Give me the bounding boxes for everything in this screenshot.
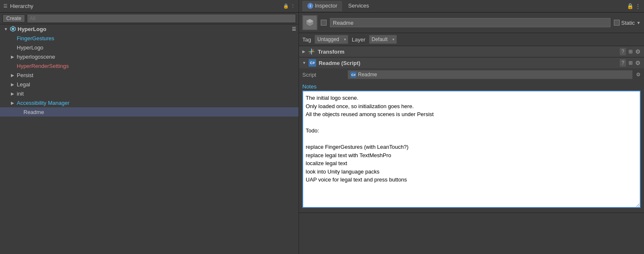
hierarchy-item-menu[interactable]: ☰ bbox=[292, 26, 296, 32]
svg-marker-1 bbox=[12, 28, 14, 30]
tag-select-wrapper: Untagged bbox=[314, 35, 348, 44]
hierarchy-item-hyperrender[interactable]: HyperRenderSettings bbox=[0, 61, 299, 70]
transform-arrow bbox=[302, 49, 305, 54]
readme-help-icon[interactable]: ? bbox=[620, 59, 626, 67]
tab-inspector[interactable]: i Inspector bbox=[302, 1, 342, 11]
cs-badge: C# bbox=[309, 59, 316, 67]
hierarchy-item-label: HyperLogo bbox=[18, 26, 46, 32]
static-dropdown-arrow[interactable]: ▼ bbox=[636, 21, 641, 25]
layer-label: Layer bbox=[352, 36, 366, 43]
object-3d-icon bbox=[305, 18, 315, 28]
arrow-hyperlogo-root bbox=[3, 26, 8, 31]
hierarchy-content: HyperLogo ☰ FingerGestures HyperLogo hyp… bbox=[0, 24, 299, 254]
tab-services[interactable]: Services bbox=[343, 1, 374, 11]
transform-name: Transform bbox=[318, 49, 345, 55]
hierarchy-panel: ☰ Hierarchy 🔒 ⋮ Create HyperLogo ☰ Finge… bbox=[0, 0, 299, 254]
script-name: Readme bbox=[358, 72, 377, 78]
inspector-tabs: i Inspector Services 🔒 ⋮ bbox=[299, 0, 644, 13]
static-label: Static bbox=[621, 20, 635, 26]
unity-icon bbox=[10, 26, 16, 32]
script-label: Script bbox=[302, 72, 344, 78]
object-thumbnail bbox=[302, 15, 317, 30]
hierarchy-item-label: FingerGestures bbox=[17, 35, 54, 41]
readme-actions: ? ⊞ ⚙ bbox=[620, 59, 641, 67]
inspector-title-actions: 🔒 ⋮ bbox=[627, 3, 641, 9]
readme-ref-icon[interactable]: ⊞ bbox=[629, 60, 633, 66]
hierarchy-item-label: Readme bbox=[23, 109, 44, 115]
hierarchy-item-accessibility-manager[interactable]: Accessibility Manager bbox=[0, 98, 299, 107]
object-header: Static ▼ bbox=[299, 13, 644, 33]
hierarchy-item-label: hyperlogoscene bbox=[17, 54, 55, 60]
hierarchy-item-legal[interactable]: Legal bbox=[0, 80, 299, 89]
layer-select[interactable]: Default bbox=[369, 35, 397, 44]
search-input[interactable] bbox=[27, 14, 296, 23]
hierarchy-item-label: Accessibility Manager bbox=[17, 100, 70, 106]
hierarchy-item-init[interactable]: init bbox=[0, 89, 299, 98]
transform-header[interactable]: Transform ? ⊞ ⚙ bbox=[299, 46, 644, 57]
services-tab-label: Services bbox=[348, 3, 369, 9]
transform-section: Transform ? ⊞ ⚙ bbox=[299, 46, 644, 57]
hierarchy-menu-icon[interactable]: ⋮ bbox=[291, 3, 295, 9]
arrow-hyperlogoscene bbox=[10, 54, 15, 59]
hierarchy-item-readme[interactable]: Readme bbox=[0, 107, 299, 117]
hierarchy-item-finger-gestures[interactable]: FingerGestures bbox=[0, 34, 299, 43]
inspector-tab-label: Inspector bbox=[315, 3, 337, 9]
script-cs-badge: C# bbox=[350, 72, 356, 78]
readme-gear-icon[interactable]: ⚙ bbox=[635, 60, 641, 66]
arrow-legal bbox=[10, 82, 15, 87]
readme-script-section: C# Readme (Script) ? ⊞ ⚙ Script C# Readm… bbox=[299, 57, 644, 213]
script-row: Script C# Readme ⚙ bbox=[299, 68, 644, 81]
inspector-lock-icon[interactable]: 🔒 bbox=[627, 3, 634, 9]
hierarchy-icon: ☰ bbox=[3, 3, 8, 9]
hierarchy-item-label: Legal bbox=[17, 81, 30, 88]
hierarchy-title-actions: 🔒 ⋮ bbox=[283, 3, 295, 9]
readme-script-header[interactable]: C# Readme (Script) ? ⊞ ⚙ bbox=[299, 57, 644, 68]
hierarchy-lock-icon[interactable]: 🔒 bbox=[283, 3, 289, 9]
readme-script-name: Readme (Script) bbox=[319, 60, 361, 66]
script-value: C# Readme bbox=[348, 70, 633, 79]
object-name-row: Static ▼ bbox=[321, 18, 641, 27]
svg-point-7 bbox=[311, 51, 312, 52]
hierarchy-title: Hierarchy bbox=[10, 3, 33, 9]
tag-select[interactable]: Untagged bbox=[314, 35, 348, 44]
hierarchy-item-label: Persist bbox=[17, 72, 33, 78]
arrow-init bbox=[10, 91, 15, 96]
tag-layer-row: Tag Untagged Layer Default bbox=[299, 33, 644, 46]
transform-help-icon[interactable]: ? bbox=[620, 48, 626, 55]
object-active-checkbox[interactable] bbox=[321, 20, 327, 26]
inspector-panel: i Inspector Services 🔒 ⋮ bbox=[299, 0, 644, 254]
transform-actions: ? ⊞ ⚙ bbox=[620, 48, 641, 55]
notes-textarea[interactable]: The initial logo scene. Only loaded once… bbox=[302, 91, 641, 208]
hierarchy-item-persist[interactable]: Persist bbox=[0, 70, 299, 80]
static-checkbox[interactable] bbox=[614, 20, 620, 26]
transform-gear-icon[interactable]: ⚙ bbox=[635, 48, 641, 55]
hierarchy-item-hyperlogoscene[interactable]: hyperlogoscene bbox=[0, 52, 299, 61]
hierarchy-item-label: HyperLogo bbox=[17, 44, 44, 51]
hierarchy-item-hyperlogo-root[interactable]: HyperLogo ☰ bbox=[0, 24, 299, 34]
transform-icon bbox=[308, 48, 315, 55]
transform-ref-icon[interactable]: ⊞ bbox=[629, 49, 633, 54]
object-name-input[interactable] bbox=[330, 18, 611, 27]
tag-label: Tag bbox=[302, 36, 311, 43]
arrow-accessibility bbox=[10, 100, 15, 105]
create-button[interactable]: Create bbox=[3, 14, 25, 23]
hierarchy-title-bar: ☰ Hierarchy 🔒 ⋮ bbox=[0, 0, 299, 13]
hierarchy-item-label: HyperRenderSettings bbox=[17, 63, 69, 69]
layer-select-wrapper: Default bbox=[369, 35, 397, 44]
inspector-content: Static ▼ Tag Untagged Layer Default bbox=[299, 13, 644, 254]
hierarchy-toolbar: Create bbox=[0, 13, 299, 24]
inspector-tab-icon: i bbox=[307, 3, 313, 9]
script-gear-icon[interactable]: ⚙ bbox=[636, 72, 641, 78]
hierarchy-item-label: init bbox=[17, 91, 24, 97]
notes-label: Notes bbox=[299, 81, 644, 91]
readme-arrow bbox=[302, 61, 306, 65]
hierarchy-item-hyperlogo-child[interactable]: HyperLogo bbox=[0, 43, 299, 52]
static-area: Static ▼ bbox=[614, 20, 641, 26]
inspector-menu-icon[interactable]: ⋮ bbox=[635, 3, 641, 9]
arrow-persist bbox=[10, 73, 15, 78]
